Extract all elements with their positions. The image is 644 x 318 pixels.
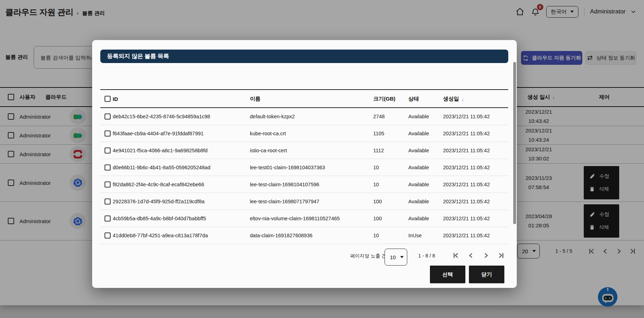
cell-created: 2023/12/21 11:05:42 xyxy=(443,182,490,187)
row-checkbox[interactable] xyxy=(105,130,111,136)
cell-name: data-claim-1691827608936 xyxy=(250,233,313,238)
cell-created: 2023/12/21 11:05:42 xyxy=(443,148,490,153)
cell-status: InUse xyxy=(408,233,422,238)
select-all-checkbox[interactable] xyxy=(105,96,111,102)
cell-id: 4cb59b5a-db85-4a9c-b8bf-040d7babbff5 xyxy=(113,216,206,221)
dialog-titlebar: 등록되지 않은 볼륨 목록 xyxy=(100,50,508,63)
column-id: ID xyxy=(113,96,118,102)
cell-size: 2748 xyxy=(373,114,385,119)
dialog-scrollbar[interactable] xyxy=(513,61,516,281)
table-row: 4e941021-f5ca-4066-a8c1-9a698258b8fd ist… xyxy=(100,142,508,159)
column-created-label: 생성일 xyxy=(443,95,459,102)
cell-size: 1112 xyxy=(373,148,384,153)
page-size-value: 10 xyxy=(390,254,396,260)
cell-name: default-token-kzpx2 xyxy=(250,114,295,119)
cell-name: lee-test01-claim-1698104037363 xyxy=(250,165,325,170)
table-row: deb42c15-6be2-4235-8746-5c94859a1c98 def… xyxy=(100,108,508,125)
row-checkbox[interactable] xyxy=(105,147,111,153)
cell-status: Available xyxy=(408,199,429,204)
table-row: f643faae-cb9a-4404-af7e-91fddaf87991 kub… xyxy=(100,125,508,142)
cell-created: 2023/12/21 11:05:42 xyxy=(443,131,490,136)
select-button[interactable]: 선택 xyxy=(430,266,465,283)
cell-id: 4e941021-f5ca-4066-a8c1-9a698258b8fd xyxy=(113,148,208,153)
cell-name: eltov-nia-volume-claim-1698110527465 xyxy=(250,216,340,221)
column-name: 이름 xyxy=(250,95,261,102)
cell-size: 1105 xyxy=(373,131,384,136)
close-button[interactable]: 닫기 xyxy=(469,266,504,283)
dialog-pagination: 페이지당 노출 건수 10 1 - 8 / 8 xyxy=(92,249,517,263)
cell-size: 10 xyxy=(373,165,379,170)
sort-desc-icon: ↓ xyxy=(461,96,464,102)
pagination-controls xyxy=(452,252,505,259)
cell-status: Available xyxy=(408,182,429,187)
cell-name: lee-test-claim-1698071797947 xyxy=(250,199,319,204)
row-checkbox[interactable] xyxy=(105,215,111,221)
app-canvas: 클라우드 자원 관리 › 볼륨 관리 0 한국어 Administra xyxy=(0,0,644,318)
page-size-select[interactable]: 10 xyxy=(385,249,407,266)
scrollbar-thumb[interactable] xyxy=(513,62,516,224)
row-checkbox[interactable] xyxy=(105,232,111,238)
column-status: 상태 xyxy=(408,95,419,102)
cell-created: 2023/12/21 11:05:42 xyxy=(443,216,490,221)
table-row: d0e66b11-9b6c-4b41-8a55-0596205248ad lee… xyxy=(100,159,508,176)
table-row: f82da862-2f4e-4c9c-8caf-ecaf842ebe66 lee… xyxy=(100,176,508,193)
dialog-table-header: ID 이름 크기(GB) 상태 생성일↓ xyxy=(100,89,508,108)
row-checkbox[interactable] xyxy=(105,198,111,204)
last-page-icon[interactable] xyxy=(498,252,505,259)
unregistered-volumes-dialog: 등록되지 않은 볼륨 목록 ID 이름 크기(GB) 상태 생성일↓ deb42… xyxy=(92,40,517,288)
cell-status: Available xyxy=(408,148,429,153)
cell-size: 10 xyxy=(373,233,379,238)
cell-size: 100 xyxy=(373,199,382,204)
column-created[interactable]: 생성일↓ xyxy=(443,95,464,102)
unregistered-volumes-table: ID 이름 크기(GB) 상태 생성일↓ deb42c15-6be2-4235-… xyxy=(100,89,508,244)
dialog-title: 등록되지 않은 볼륨 목록 xyxy=(107,52,169,60)
cell-size: 10 xyxy=(373,182,379,187)
cell-id: f82da862-2f4e-4c9c-8caf-ecaf842ebe66 xyxy=(113,182,204,187)
cell-id: d0e66b11-9b6c-4b41-8a55-0596205248ad xyxy=(113,165,210,170)
column-size: 크기(GB) xyxy=(373,95,396,102)
row-checkbox[interactable] xyxy=(105,113,111,119)
cell-id: f643faae-cb9a-4404-af7e-91fddaf87991 xyxy=(113,131,203,136)
cell-created: 2023/12/21 11:05:42 xyxy=(443,114,490,119)
cell-created: 2023/12/21 11:05:42 xyxy=(443,165,490,170)
table-row: 41dd0eb8-77bf-4251-a9ea-c813a178f7da dat… xyxy=(100,227,508,244)
cell-created: 2023/12/21 11:05:42 xyxy=(443,233,490,238)
cell-status: Available xyxy=(408,131,429,136)
cell-status: Available xyxy=(408,165,429,170)
cell-id: 29228376-1d7d-45f9-925d-ff2a119cdf8a xyxy=(113,199,205,204)
cell-id: 41dd0eb8-77bf-4251-a9ea-c813a178f7da xyxy=(113,233,208,238)
table-row: 4cb59b5a-db85-4a9c-b8bf-040d7babbff5 elt… xyxy=(100,210,508,227)
prev-page-icon[interactable] xyxy=(467,252,475,259)
cell-status: Available xyxy=(408,114,429,119)
cell-id: deb42c15-6be2-4235-8746-5c94859a1c98 xyxy=(113,114,210,119)
cell-created: 2023/12/21 11:05:42 xyxy=(443,199,490,204)
cell-status: Available xyxy=(408,216,429,221)
table-row: 29228376-1d7d-45f9-925d-ff2a119cdf8a lee… xyxy=(100,193,508,210)
cell-name: istio-ca-root-cert xyxy=(250,148,287,153)
next-page-icon[interactable] xyxy=(482,252,490,259)
cell-name: lee-test-claim-1698104107596 xyxy=(250,182,319,187)
pagination-range: 1 - 8 / 8 xyxy=(418,253,435,259)
first-page-icon[interactable] xyxy=(452,252,459,259)
row-checkbox[interactable] xyxy=(105,164,111,170)
cell-name: kube-root-ca.crt xyxy=(250,131,286,136)
chevron-down-icon xyxy=(400,256,404,258)
cell-size: 100 xyxy=(373,216,382,221)
row-checkbox[interactable] xyxy=(105,181,111,187)
